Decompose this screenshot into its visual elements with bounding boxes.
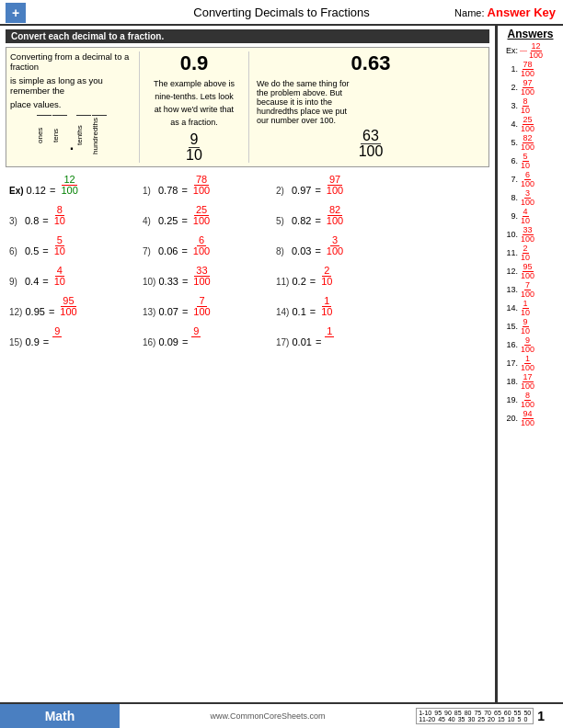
info-text1: Converting from a decimal to a fraction [10, 51, 133, 72]
p15-fraction: 9 [52, 326, 62, 347]
problem-7: 7) 0.06 = 6 100 [143, 235, 276, 256]
footer-website: www.CommonCoreSheets.com [120, 711, 416, 721]
problem-1: 1) 0.78 = 78 100 [143, 175, 276, 196]
problem-16: 16) 0.09 = 9 [143, 326, 276, 347]
name-field: Name: Answer Key [454, 6, 556, 19]
problem-4: 4) 0.25 = 25 100 [143, 205, 276, 226]
scoring-row-1: 1-10 9590 8580 7570 6560 5550 [419, 710, 531, 716]
problem-8: 8) 0.03 = 3 100 [276, 235, 409, 256]
p11-fraction: 2 10 [319, 266, 334, 287]
problem-row-9-11: 9) 0.4 = 4 10 10) 0.33 = 33 100 [9, 266, 486, 287]
p17-fraction: 1 [325, 326, 334, 347]
problem-12: 12) 0.95 = 95 100 [9, 296, 143, 317]
ex1-num: 9 [189, 132, 201, 148]
problem-row-15-17: 15) 0.9 = 9 16) 0.09 = 9 [9, 326, 486, 347]
problem-row-345: 3) 0.8 = 8 10 4) 0.25 = 25 100 [9, 205, 486, 226]
answer-2: 2. 97100 [501, 79, 559, 97]
problem-ex: Ex) 0.12 = 12 100 [9, 175, 143, 196]
footer-math-label: Math [0, 704, 120, 728]
problem-row-678: 6) 0.5 = 5 10 7) 0.06 = 6 100 [9, 235, 486, 256]
ex1-desc4: as a fraction. [147, 118, 241, 127]
answer-ex: Ex: — 12 100 [501, 42, 559, 60]
page-header: + Converting Decimals to Fractions Name:… [0, 0, 563, 26]
info-right: 0.63 We do the same thing for the proble… [249, 51, 485, 163]
p5-fraction: 82 100 [325, 205, 345, 226]
instruction-bar: Convert each decimal to a fraction. [6, 29, 489, 43]
page-number: 1 [537, 709, 545, 723]
page-footer: Math www.CommonCoreSheets.com 1-10 9590 … [0, 702, 563, 728]
answer-18: 18. 17100 [501, 373, 559, 391]
problem-row-12-14: 12) 0.95 = 95 100 13) 0.07 = 7 100 [9, 296, 486, 317]
p10-fraction: 33 100 [191, 266, 212, 287]
ex2-desc3: because it is into the [257, 97, 485, 107]
problem-5: 5) 0.82 = 82 100 [276, 205, 409, 226]
math-label: Math [45, 709, 75, 723]
answer-12: 12. 95100 [501, 263, 559, 280]
answer-20: 20. 94100 [501, 410, 559, 427]
answer-1: 1. 78100 [501, 61, 559, 78]
answer-7: 7. 6100 [501, 171, 559, 188]
p8-fraction: 3 100 [325, 235, 345, 256]
p9-fraction: 4 10 [52, 266, 67, 287]
example2-decimal: 0.63 [257, 51, 485, 75]
answer-15: 15. 910 [501, 318, 559, 336]
example1-decimal: 0.9 [147, 51, 241, 75]
p14-fraction: 1 10 [319, 296, 334, 317]
ex2-desc4: hundredths place we put [257, 107, 485, 116]
scoring-row-2: 11-20 4540 3530 2520 1510 50 [419, 716, 531, 722]
ex-decimal: 0.12 [27, 185, 46, 196]
answers-panel: Answers Ex: — 12 100 1. 78100 2. 97100 3… [497, 26, 563, 702]
answer-13: 13. 7100 [501, 281, 559, 299]
p16-fraction: 9 [191, 326, 201, 347]
pv-row: ones tens . tenths hundredths [37, 115, 107, 155]
main-content: Convert each decimal to a fraction. Conv… [0, 26, 563, 702]
left-section: Convert each decimal to a fraction. Conv… [0, 26, 497, 702]
p1-fraction: 78 100 [191, 175, 212, 196]
problem-3: 3) 0.8 = 8 10 [9, 205, 143, 226]
ex1-desc1: The example above is [147, 79, 241, 88]
instruction-text: Convert each decimal to a fraction. [11, 31, 164, 41]
ex2-den: 100 [357, 144, 385, 159]
scoring-table: 1-10 9590 8580 7570 6560 5550 11-20 4540… [416, 708, 534, 724]
answers-title: Answers [501, 28, 559, 40]
problem-row-ex: Ex) 0.12 = 12 100 1) 0.78 = 78 100 [9, 175, 486, 196]
answer-10: 10. 33100 [501, 226, 559, 244]
ex1-desc3: at how we'd write that [147, 105, 241, 114]
website-text: www.CommonCoreSheets.com [211, 711, 326, 721]
answer-6: 6. 510 [501, 153, 559, 170]
info-left: Converting from a decimal to a fraction … [10, 51, 139, 163]
logo-icon: + [6, 3, 26, 23]
problem-15: 15) 0.9 = 9 [9, 326, 143, 347]
p2-fraction: 97 100 [325, 175, 345, 196]
problems-area: Ex) 0.12 = 12 100 1) 0.78 = 78 100 [6, 175, 489, 347]
answer-9: 9. 410 [501, 208, 559, 225]
p12-fraction: 95 100 [58, 296, 78, 317]
problem-11: 11) 0.2 = 2 10 [276, 266, 409, 287]
ex1-desc2: nine-tenths. Lets look [147, 92, 241, 101]
ans-ex-frac: 12 100 [528, 42, 544, 60]
page-title: Converting Decimals to Fractions [193, 6, 369, 19]
p4-fraction: 25 100 [191, 205, 212, 226]
place-value-table: ones tens . tenths hundredths [10, 115, 133, 155]
example2-fraction: 63 100 [357, 129, 385, 159]
problem-9: 9) 0.4 = 4 10 [9, 266, 143, 287]
answer-key-label: Answer Key [488, 6, 556, 19]
answer-3: 3. 810 [501, 97, 559, 115]
answer-4: 4. 25100 [501, 116, 559, 133]
info-text3: place values. [10, 99, 133, 109]
p3-fraction: 8 10 [52, 205, 67, 226]
answer-14: 14. 110 [501, 300, 559, 317]
problem-17: 17) 0.01 = 1 [276, 326, 409, 347]
problem-6: 6) 0.5 = 5 10 [9, 235, 143, 256]
problem-13: 13) 0.07 = 7 100 [143, 296, 276, 317]
ex2-num: 63 [361, 129, 381, 144]
ex2-desc2: the problem above. But [257, 88, 485, 97]
info-box: Converting from a decimal to a fraction … [6, 47, 489, 167]
answer-11: 11. 210 [501, 245, 559, 262]
problem-10: 10) 0.33 = 33 100 [143, 266, 276, 287]
ex-fraction: 12 100 [59, 175, 79, 196]
ex2-desc1: We do the same thing for [257, 79, 485, 88]
answer-16: 16. 9100 [501, 336, 559, 354]
p7-fraction: 6 100 [191, 235, 212, 256]
problem-2: 2) 0.97 = 97 100 [276, 175, 409, 196]
